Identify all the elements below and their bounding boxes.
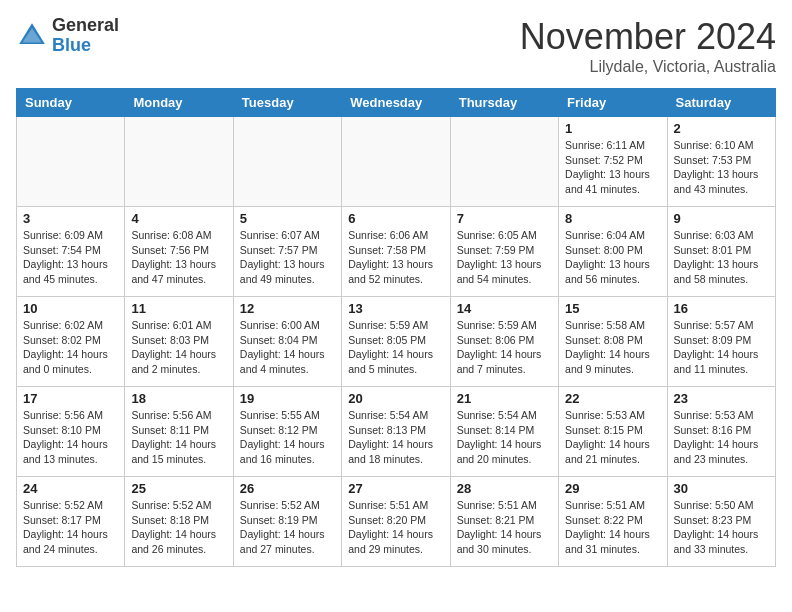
day-info: Sunrise: 5:59 AM Sunset: 8:05 PM Dayligh… <box>348 318 443 377</box>
calendar-cell: 8Sunrise: 6:04 AM Sunset: 8:00 PM Daylig… <box>559 207 667 297</box>
day-info: Sunrise: 6:11 AM Sunset: 7:52 PM Dayligh… <box>565 138 660 197</box>
calendar-cell: 30Sunrise: 5:50 AM Sunset: 8:23 PM Dayli… <box>667 477 775 567</box>
calendar-cell: 4Sunrise: 6:08 AM Sunset: 7:56 PM Daylig… <box>125 207 233 297</box>
day-number: 30 <box>674 481 769 496</box>
weekday-header-tuesday: Tuesday <box>233 89 341 117</box>
day-info: Sunrise: 5:56 AM Sunset: 8:10 PM Dayligh… <box>23 408 118 467</box>
calendar-cell: 16Sunrise: 5:57 AM Sunset: 8:09 PM Dayli… <box>667 297 775 387</box>
logo-text: General Blue <box>52 16 119 56</box>
calendar-cell: 23Sunrise: 5:53 AM Sunset: 8:16 PM Dayli… <box>667 387 775 477</box>
calendar-cell: 29Sunrise: 5:51 AM Sunset: 8:22 PM Dayli… <box>559 477 667 567</box>
day-info: Sunrise: 5:52 AM Sunset: 8:17 PM Dayligh… <box>23 498 118 557</box>
day-info: Sunrise: 5:55 AM Sunset: 8:12 PM Dayligh… <box>240 408 335 467</box>
calendar-cell: 9Sunrise: 6:03 AM Sunset: 8:01 PM Daylig… <box>667 207 775 297</box>
calendar-cell: 26Sunrise: 5:52 AM Sunset: 8:19 PM Dayli… <box>233 477 341 567</box>
day-info: Sunrise: 5:53 AM Sunset: 8:16 PM Dayligh… <box>674 408 769 467</box>
logo: General Blue <box>16 16 119 56</box>
calendar-cell: 17Sunrise: 5:56 AM Sunset: 8:10 PM Dayli… <box>17 387 125 477</box>
calendar-cell <box>450 117 558 207</box>
calendar-cell <box>342 117 450 207</box>
day-number: 19 <box>240 391 335 406</box>
day-info: Sunrise: 5:52 AM Sunset: 8:18 PM Dayligh… <box>131 498 226 557</box>
day-number: 11 <box>131 301 226 316</box>
day-info: Sunrise: 5:50 AM Sunset: 8:23 PM Dayligh… <box>674 498 769 557</box>
day-number: 8 <box>565 211 660 226</box>
day-number: 9 <box>674 211 769 226</box>
calendar-cell: 24Sunrise: 5:52 AM Sunset: 8:17 PM Dayli… <box>17 477 125 567</box>
day-info: Sunrise: 6:07 AM Sunset: 7:57 PM Dayligh… <box>240 228 335 287</box>
day-info: Sunrise: 6:04 AM Sunset: 8:00 PM Dayligh… <box>565 228 660 287</box>
calendar-week-2: 3Sunrise: 6:09 AM Sunset: 7:54 PM Daylig… <box>17 207 776 297</box>
day-info: Sunrise: 5:54 AM Sunset: 8:13 PM Dayligh… <box>348 408 443 467</box>
month-title: November 2024 <box>520 16 776 58</box>
logo-blue: Blue <box>52 36 119 56</box>
day-number: 24 <box>23 481 118 496</box>
day-number: 1 <box>565 121 660 136</box>
title-block: November 2024 Lilydale, Victoria, Austra… <box>520 16 776 76</box>
day-number: 28 <box>457 481 552 496</box>
day-info: Sunrise: 5:52 AM Sunset: 8:19 PM Dayligh… <box>240 498 335 557</box>
logo-general: General <box>52 16 119 36</box>
day-number: 2 <box>674 121 769 136</box>
calendar-cell: 11Sunrise: 6:01 AM Sunset: 8:03 PM Dayli… <box>125 297 233 387</box>
calendar-cell: 2Sunrise: 6:10 AM Sunset: 7:53 PM Daylig… <box>667 117 775 207</box>
day-info: Sunrise: 5:56 AM Sunset: 8:11 PM Dayligh… <box>131 408 226 467</box>
calendar-cell: 25Sunrise: 5:52 AM Sunset: 8:18 PM Dayli… <box>125 477 233 567</box>
day-info: Sunrise: 5:51 AM Sunset: 8:20 PM Dayligh… <box>348 498 443 557</box>
calendar-cell: 20Sunrise: 5:54 AM Sunset: 8:13 PM Dayli… <box>342 387 450 477</box>
day-number: 14 <box>457 301 552 316</box>
calendar-cell: 10Sunrise: 6:02 AM Sunset: 8:02 PM Dayli… <box>17 297 125 387</box>
day-number: 20 <box>348 391 443 406</box>
calendar-week-5: 24Sunrise: 5:52 AM Sunset: 8:17 PM Dayli… <box>17 477 776 567</box>
calendar-cell: 19Sunrise: 5:55 AM Sunset: 8:12 PM Dayli… <box>233 387 341 477</box>
calendar-cell: 21Sunrise: 5:54 AM Sunset: 8:14 PM Dayli… <box>450 387 558 477</box>
page-header: General Blue November 2024 Lilydale, Vic… <box>16 16 776 76</box>
logo-icon <box>16 20 48 52</box>
day-info: Sunrise: 6:05 AM Sunset: 7:59 PM Dayligh… <box>457 228 552 287</box>
day-number: 5 <box>240 211 335 226</box>
day-number: 29 <box>565 481 660 496</box>
calendar-cell: 5Sunrise: 6:07 AM Sunset: 7:57 PM Daylig… <box>233 207 341 297</box>
weekday-header-thursday: Thursday <box>450 89 558 117</box>
day-number: 16 <box>674 301 769 316</box>
day-number: 21 <box>457 391 552 406</box>
day-number: 6 <box>348 211 443 226</box>
day-info: Sunrise: 5:59 AM Sunset: 8:06 PM Dayligh… <box>457 318 552 377</box>
day-info: Sunrise: 6:01 AM Sunset: 8:03 PM Dayligh… <box>131 318 226 377</box>
day-number: 25 <box>131 481 226 496</box>
day-info: Sunrise: 6:03 AM Sunset: 8:01 PM Dayligh… <box>674 228 769 287</box>
day-info: Sunrise: 6:10 AM Sunset: 7:53 PM Dayligh… <box>674 138 769 197</box>
day-info: Sunrise: 5:51 AM Sunset: 8:21 PM Dayligh… <box>457 498 552 557</box>
day-number: 18 <box>131 391 226 406</box>
calendar-week-1: 1Sunrise: 6:11 AM Sunset: 7:52 PM Daylig… <box>17 117 776 207</box>
weekday-header-row: SundayMondayTuesdayWednesdayThursdayFrid… <box>17 89 776 117</box>
day-number: 15 <box>565 301 660 316</box>
calendar-week-4: 17Sunrise: 5:56 AM Sunset: 8:10 PM Dayli… <box>17 387 776 477</box>
day-info: Sunrise: 6:06 AM Sunset: 7:58 PM Dayligh… <box>348 228 443 287</box>
calendar-cell: 22Sunrise: 5:53 AM Sunset: 8:15 PM Dayli… <box>559 387 667 477</box>
day-info: Sunrise: 6:02 AM Sunset: 8:02 PM Dayligh… <box>23 318 118 377</box>
calendar-week-3: 10Sunrise: 6:02 AM Sunset: 8:02 PM Dayli… <box>17 297 776 387</box>
calendar-cell: 18Sunrise: 5:56 AM Sunset: 8:11 PM Dayli… <box>125 387 233 477</box>
day-number: 4 <box>131 211 226 226</box>
day-number: 3 <box>23 211 118 226</box>
day-info: Sunrise: 5:53 AM Sunset: 8:15 PM Dayligh… <box>565 408 660 467</box>
day-number: 26 <box>240 481 335 496</box>
calendar-cell <box>17 117 125 207</box>
day-info: Sunrise: 6:09 AM Sunset: 7:54 PM Dayligh… <box>23 228 118 287</box>
calendar-cell <box>233 117 341 207</box>
weekday-header-sunday: Sunday <box>17 89 125 117</box>
calendar-cell: 28Sunrise: 5:51 AM Sunset: 8:21 PM Dayli… <box>450 477 558 567</box>
day-info: Sunrise: 5:58 AM Sunset: 8:08 PM Dayligh… <box>565 318 660 377</box>
day-info: Sunrise: 6:08 AM Sunset: 7:56 PM Dayligh… <box>131 228 226 287</box>
day-number: 13 <box>348 301 443 316</box>
calendar-cell: 14Sunrise: 5:59 AM Sunset: 8:06 PM Dayli… <box>450 297 558 387</box>
weekday-header-saturday: Saturday <box>667 89 775 117</box>
calendar-cell: 7Sunrise: 6:05 AM Sunset: 7:59 PM Daylig… <box>450 207 558 297</box>
day-info: Sunrise: 5:57 AM Sunset: 8:09 PM Dayligh… <box>674 318 769 377</box>
day-number: 7 <box>457 211 552 226</box>
day-number: 23 <box>674 391 769 406</box>
day-number: 22 <box>565 391 660 406</box>
calendar-cell: 27Sunrise: 5:51 AM Sunset: 8:20 PM Dayli… <box>342 477 450 567</box>
day-number: 17 <box>23 391 118 406</box>
